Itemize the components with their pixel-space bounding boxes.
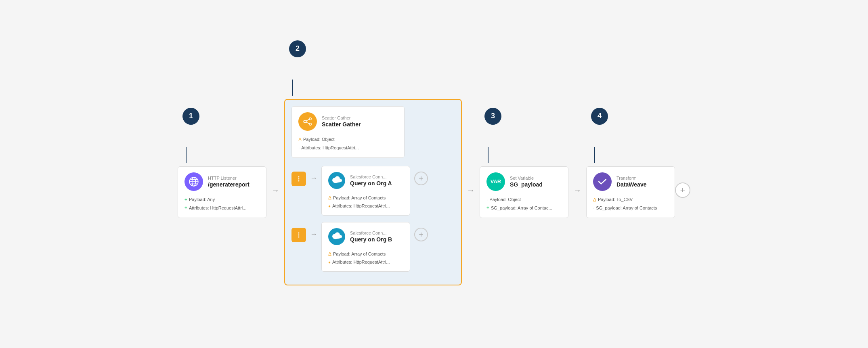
step-1-wrapper: 1 HTTP Listener	[178, 130, 266, 218]
card-props: + Payload: Any + Attributes: HttpRequest…	[185, 196, 260, 212]
route-a-props: Δ Payload: Array of Contacts ● Attribute…	[328, 194, 403, 210]
route-a-title-group: Salesforce Conn... Query on Org A	[350, 174, 392, 187]
sv-props: · Payload: Object + SG_payload: Array of…	[486, 196, 562, 212]
svg-point-6	[309, 117, 311, 119]
transform-props: Δ Payload: To_CSV · SG_payload: Array of…	[593, 196, 668, 212]
salesforce-b-icon	[328, 228, 345, 245]
route-b-add-btn[interactable]: +	[414, 228, 428, 241]
svg-point-11	[298, 178, 300, 180]
sv-title-group: Set Variable SG_payload	[510, 176, 543, 188]
card-subtitle: HTTP Listener	[208, 176, 249, 180]
sg-prop-attributes: · Attributes: HttpRequestAttri...	[298, 144, 398, 152]
card-title-group: HTTP Listener /generatereport	[208, 176, 249, 188]
route-b-title-group: Salesforce Conn... Query on Org B	[350, 231, 392, 243]
step-number-1: 1	[182, 108, 199, 125]
transform-title-group: Transform DataWeave	[616, 176, 646, 188]
http-listener-card[interactable]: HTTP Listener /generatereport + Payload:…	[178, 166, 266, 218]
route-b-menu-btn[interactable]	[291, 228, 306, 242]
svg-line-9	[306, 122, 309, 124]
svg-line-8	[306, 119, 309, 121]
http-listener-icon	[185, 172, 203, 191]
svg-point-13	[298, 233, 300, 234]
step-number-4: 4	[591, 108, 608, 125]
scatter-gather-container: Scatter Gather Scatter Gather Δ Payload:…	[284, 99, 462, 286]
route-a-menu-btn[interactable]	[291, 172, 306, 186]
sv-card-header: VAR Set Variable SG_payload	[486, 172, 562, 191]
sv-subtitle: Set Variable	[510, 176, 543, 180]
card-header: HTTP Listener /generatereport	[185, 172, 260, 191]
salesforce-a-icon	[328, 172, 345, 189]
route-a-salesforce-card[interactable]: Salesforce Conn... Query on Org A Δ Payl…	[321, 166, 410, 216]
scatter-gather-icon	[298, 112, 317, 131]
transform-title: DataWeave	[616, 181, 646, 188]
svg-point-10	[298, 176, 300, 178]
route-a-subtitle: Salesforce Conn...	[350, 174, 392, 179]
sg-title-group: Scatter Gather Scatter Gather	[322, 115, 361, 128]
route-b-props: Δ Payload: Array of Contacts ● Attribute…	[328, 250, 403, 266]
sg-card-header: Scatter Gather Scatter Gather	[298, 112, 398, 131]
route-a-header: Salesforce Conn... Query on Org A	[328, 172, 403, 189]
set-variable-card[interactable]: VAR Set Variable SG_payload · Payload: O…	[480, 166, 568, 218]
step-4-wrapper: 4 Transform DataWeave	[586, 130, 675, 218]
route-b-subtitle: Salesforce Conn...	[350, 231, 392, 235]
scatter-gather-card[interactable]: Scatter Gather Scatter Gather Δ Payload:…	[291, 106, 405, 158]
transform-subtitle: Transform	[616, 176, 646, 180]
prop-attributes: + Attributes: HttpRequestAttri...	[185, 204, 260, 212]
route-b-arrow: →	[306, 230, 321, 239]
svg-point-7	[309, 123, 311, 125]
svg-point-15	[298, 237, 300, 238]
step-2-wrapper: 2	[284, 63, 462, 286]
arrow-3: →	[568, 186, 586, 195]
route-a: → Salesforce Conn... Query on	[291, 166, 455, 216]
transform-card[interactable]: Transform DataWeave Δ Payload: To_CSV · …	[586, 166, 675, 218]
sg-subtitle: Scatter Gather	[322, 115, 361, 120]
svg-point-14	[298, 235, 300, 236]
arrow-1: →	[266, 186, 284, 195]
sg-title: Scatter Gather	[322, 121, 361, 128]
flow-canvas: 1 HTTP Listener	[161, 38, 707, 310]
arrow-2: →	[462, 186, 480, 195]
svg-point-12	[298, 180, 300, 182]
sg-props: Δ Payload: Object · Attributes: HttpRequ…	[298, 136, 398, 152]
step-3-wrapper: 3 VAR Set Variable SG_payload · Payload:…	[480, 130, 568, 218]
sv-title: SG_payload	[510, 181, 543, 188]
card-title: /generatereport	[208, 181, 249, 188]
route-a-add-btn[interactable]: +	[414, 172, 428, 185]
final-add-btn[interactable]: +	[675, 182, 690, 198]
sg-prop-payload: Δ Payload: Object	[298, 136, 398, 144]
route-b-salesforce-card[interactable]: Salesforce Conn... Query on Org B Δ Payl…	[321, 222, 410, 272]
route-b: → Salesforce Conn... Query on Org B	[291, 222, 455, 272]
route-a-title: Query on Org A	[350, 180, 392, 187]
transform-card-header: Transform DataWeave	[593, 172, 668, 191]
step-number-3: 3	[484, 108, 501, 125]
svg-point-5	[304, 120, 306, 123]
route-b-header: Salesforce Conn... Query on Org B	[328, 228, 403, 245]
prop-payload: + Payload: Any	[185, 196, 260, 204]
route-a-arrow: →	[306, 174, 321, 182]
step-number-2: 2	[289, 40, 306, 57]
route-b-title: Query on Org B	[350, 236, 392, 243]
transform-icon	[593, 172, 612, 191]
set-variable-icon: VAR	[486, 172, 505, 191]
